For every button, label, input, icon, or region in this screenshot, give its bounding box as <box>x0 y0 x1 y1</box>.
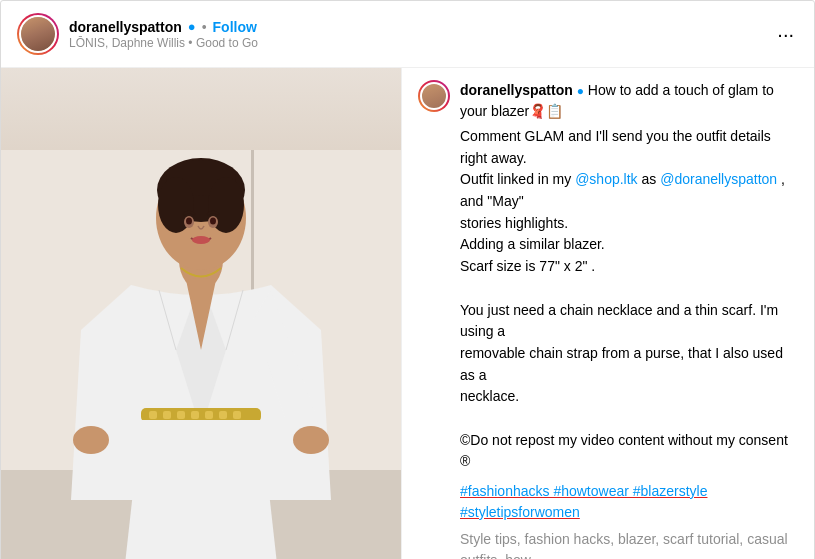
svg-point-13 <box>186 218 192 225</box>
svg-rect-21 <box>205 411 213 419</box>
svg-rect-16 <box>141 408 261 422</box>
caption-header: doranellyspatton ● How to add a touch of… <box>418 80 798 559</box>
post-right: doranellyspatton ● How to add a touch of… <box>401 68 814 559</box>
caption-avatar-inner <box>420 82 448 110</box>
caption-body: Comment GLAM and I'll send you the outfi… <box>460 126 798 473</box>
svg-point-24 <box>73 426 109 454</box>
username-label[interactable]: doranellyspatton <box>69 19 182 35</box>
alt-text: Style tips, fashion hacks, blazer, scarf… <box>460 529 798 559</box>
avatar-image <box>21 17 55 51</box>
svg-rect-23 <box>233 411 241 419</box>
svg-point-15 <box>192 236 210 244</box>
post-header: doranellyspatton ● • Follow LŌNIS, Daphn… <box>1 1 814 67</box>
svg-rect-22 <box>219 411 227 419</box>
verified-icon: ● <box>188 19 196 34</box>
svg-point-14 <box>210 218 216 225</box>
dot-separator: • <box>202 19 207 35</box>
svg-rect-19 <box>177 411 185 419</box>
svg-rect-18 <box>163 411 171 419</box>
mention-shop[interactable]: @shop.ltk <box>575 171 637 187</box>
caption-username[interactable]: doranellyspatton <box>460 82 573 98</box>
follow-button[interactable]: Follow <box>213 19 257 35</box>
mention-user[interactable]: @doranellyspatton <box>660 171 777 187</box>
hashtags[interactable]: #fashionhacks #howtowear #blazerstyle #s… <box>460 481 798 523</box>
post-content: doranellyspatton ● How to add a touch of… <box>1 67 814 559</box>
caption-verified-icon: ● <box>577 84 584 98</box>
svg-point-25 <box>293 426 329 454</box>
avatar <box>19 15 57 53</box>
header-top-row: doranellyspatton ● • Follow <box>69 19 763 35</box>
avatar-ring <box>17 13 59 55</box>
post-card: doranellyspatton ● • Follow LŌNIS, Daphn… <box>0 0 815 559</box>
svg-rect-17 <box>149 411 157 419</box>
more-options-button[interactable]: ··· <box>773 20 798 48</box>
post-image-svg <box>1 68 401 559</box>
caption-text: doranellyspatton ● How to add a touch of… <box>460 80 798 559</box>
svg-rect-20 <box>191 411 199 419</box>
post-image <box>1 68 401 559</box>
header-subtitle: LŌNIS, Daphne Willis • Good to Go <box>69 36 763 50</box>
caption-avatar <box>418 80 450 112</box>
header-info: doranellyspatton ● • Follow LŌNIS, Daphn… <box>69 19 763 50</box>
caption-area: doranellyspatton ● How to add a touch of… <box>402 68 814 559</box>
